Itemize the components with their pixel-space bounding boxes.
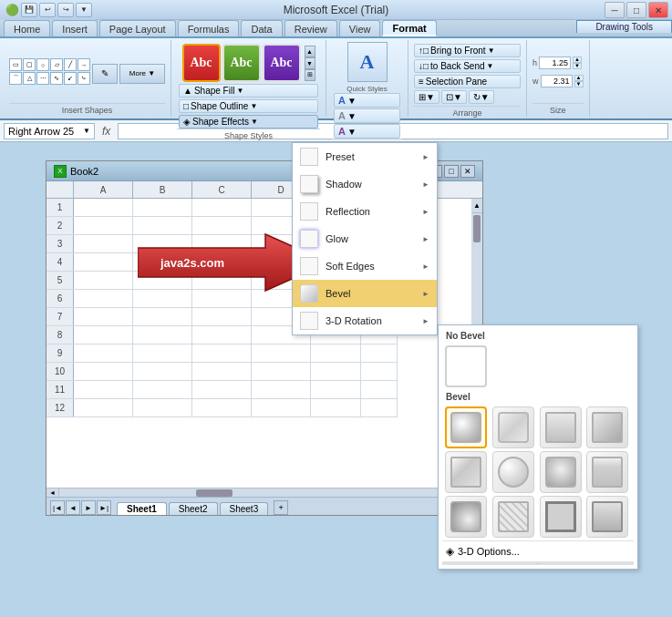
prev-sheet-btn[interactable]: ◄ <box>66 500 80 515</box>
shape-parallelogram[interactable]: ▱ <box>50 58 63 71</box>
menu-item-reflection[interactable]: Reflection ► <box>293 198 437 225</box>
shape-7[interactable]: ⤷ <box>78 72 90 85</box>
menu-item-glow[interactable]: Glow ► <box>293 225 437 252</box>
row-1[interactable]: 1 <box>47 199 74 216</box>
cell-c1[interactable] <box>192 199 252 217</box>
style-scroll[interactable]: ▲ ▼ ⊞ <box>305 46 315 81</box>
shape-circle[interactable]: ○ <box>36 58 49 71</box>
shapes-icons[interactable]: ▭ ▢ ○ ▱ ╱ → ⌒ △ ⋯ ∿ ↙ ⤷ ✎ More ▼ <box>9 42 165 103</box>
menu-item-soft-edges[interactable]: Soft Edges ► <box>293 252 437 280</box>
bevel-item-relaxed[interactable] <box>492 406 534 448</box>
row-3[interactable]: 3 <box>47 235 74 252</box>
style-scroll-more[interactable]: ⊞ <box>305 69 315 81</box>
bring-to-front-btn[interactable]: ↑□ Bring to Front ▼ <box>414 44 521 57</box>
bevel-item-slope[interactable] <box>586 451 628 493</box>
scroll-left-btn[interactable]: ◄ <box>47 488 59 498</box>
row-7[interactable]: 7 <box>47 308 74 325</box>
shape-rect[interactable]: ▭ <box>9 58 22 71</box>
shape-2[interactable]: ⌒ <box>9 72 22 85</box>
new-sheet-btn[interactable]: + <box>274 500 288 515</box>
workbook-close[interactable]: ✕ <box>460 165 475 178</box>
row-12[interactable]: 12 <box>47 399 74 416</box>
tab-home[interactable]: Home <box>4 20 50 36</box>
first-sheet-btn[interactable]: |◄ <box>50 500 65 515</box>
selection-pane-btn[interactable]: ≡ Selection Pane <box>414 75 521 88</box>
tab-data[interactable]: Data <box>241 20 282 36</box>
tab-format[interactable]: Format <box>382 20 436 36</box>
close-button[interactable]: ✕ <box>648 2 668 18</box>
shape-5[interactable]: ∿ <box>50 72 63 85</box>
name-box-arrow[interactable]: ▼ <box>83 127 90 135</box>
redo-button[interactable]: ↪ <box>57 3 74 17</box>
quick-styles-btn[interactable]: A <box>347 42 388 82</box>
height-down[interactable]: ▼ <box>573 63 582 69</box>
row-4[interactable]: 4 <box>47 253 74 271</box>
col-c-header[interactable]: C <box>192 181 252 198</box>
bevel-item-riblet[interactable] <box>492 496 534 538</box>
undo-button[interactable]: ↩ <box>39 3 56 17</box>
sheet-tab-2[interactable]: Sheet2 <box>169 502 218 515</box>
shape-3[interactable]: △ <box>23 72 36 85</box>
size-width-input[interactable]: w ▲ ▼ <box>532 75 584 87</box>
size-height-input[interactable]: h ▲ ▼ <box>532 57 584 69</box>
save-button[interactable]: 💾 <box>21 3 37 17</box>
qat-dropdown[interactable]: ▼ <box>76 3 92 17</box>
window-controls[interactable]: ─ □ ✕ <box>605 2 668 18</box>
scroll-thumb[interactable] <box>473 215 481 242</box>
width-up[interactable]: ▲ <box>574 75 584 81</box>
shape-outline-btn[interactable]: □ Shape Outline ▼ <box>179 99 318 113</box>
minimize-button[interactable]: ─ <box>605 2 625 18</box>
wordart-effects-btn[interactable]: A▼ <box>334 124 400 139</box>
menu-item-shadow[interactable]: Shadow ► <box>293 170 437 198</box>
shape-round-rect[interactable]: ▢ <box>23 58 36 71</box>
col-a-header[interactable]: A <box>74 181 133 198</box>
cell-b1[interactable] <box>133 199 192 217</box>
menu-item-bevel[interactable]: Bevel ► <box>293 280 437 307</box>
bevel-item-soft-round[interactable] <box>492 451 534 493</box>
row-11[interactable]: 11 <box>47 381 74 398</box>
shape-6[interactable]: ↙ <box>64 72 77 85</box>
row-9[interactable]: 9 <box>47 344 74 362</box>
bevel-item-divot[interactable] <box>445 496 487 538</box>
bevel-none[interactable] <box>445 345 487 387</box>
wordart-fill-btn[interactable]: A▼ <box>334 93 400 108</box>
3d-options-btn[interactable]: ◈ 3-D Options... <box>442 540 634 561</box>
bevel-item-circle[interactable] <box>445 406 487 448</box>
last-sheet-btn[interactable]: ►| <box>97 500 111 515</box>
quick-access-toolbar[interactable]: 🟢 💾 ↩ ↪ ▼ <box>0 0 96 20</box>
bevel-item-cool[interactable] <box>586 406 628 448</box>
style-box-green[interactable]: Abc <box>222 44 261 82</box>
align-btn[interactable]: ⊞▼ <box>414 90 439 104</box>
h-scrollbar-area[interactable]: ◄ ► <box>47 488 482 497</box>
send-to-back-btn[interactable]: ↓□ to Back Send ▼ <box>414 59 521 73</box>
name-box[interactable]: Right Arrow 25 ▼ <box>4 123 95 139</box>
shape-4[interactable]: ⋯ <box>36 72 49 85</box>
bevel-item-convex[interactable] <box>540 451 582 493</box>
ribbon-tabs[interactable]: Home Insert Page Layout Formulas Data Re… <box>0 20 672 38</box>
bevel-submenu[interactable]: No Bevel Bevel <box>438 324 638 570</box>
row-6[interactable]: 6 <box>47 290 74 307</box>
bevel-item-angle[interactable] <box>445 451 487 493</box>
horizontal-scrollbar[interactable]: ◄ ► <box>47 488 482 497</box>
shape-line[interactable]: ╱ <box>64 58 77 71</box>
shape-effects-dropdown[interactable]: Preset ► Shadow ► Reflection ► Glow ► So… <box>292 142 438 335</box>
tab-formulas[interactable]: Formulas <box>178 20 240 36</box>
bevel-item-hardedge[interactable] <box>540 496 582 538</box>
shape-arrow[interactable]: → <box>78 58 90 71</box>
tab-page-layout[interactable]: Page Layout <box>99 20 176 36</box>
style-scroll-down[interactable]: ▼ <box>305 57 315 69</box>
width-down[interactable]: ▼ <box>574 81 584 87</box>
bevel-item-cross[interactable] <box>540 406 582 448</box>
row-10[interactable]: 10 <box>47 363 74 380</box>
menu-item-3d-rotation[interactable]: 3-D Rotation ► <box>293 307 437 334</box>
scroll-up-btn[interactable]: ▲ <box>471 199 482 213</box>
tab-insert[interactable]: Insert <box>52 20 98 36</box>
wordart-outline-btn[interactable]: A▼ <box>334 108 400 123</box>
cell-a1[interactable] <box>74 199 133 217</box>
height-up[interactable]: ▲ <box>573 57 582 63</box>
tab-view[interactable]: View <box>339 20 381 36</box>
edit-shape-btn[interactable]: ✎ <box>92 64 118 84</box>
style-box-purple[interactable]: Abc <box>263 44 301 82</box>
shape-effects-btn[interactable]: ◈ Shape Effects ▼ <box>179 115 318 129</box>
next-sheet-btn[interactable]: ► <box>81 500 96 515</box>
